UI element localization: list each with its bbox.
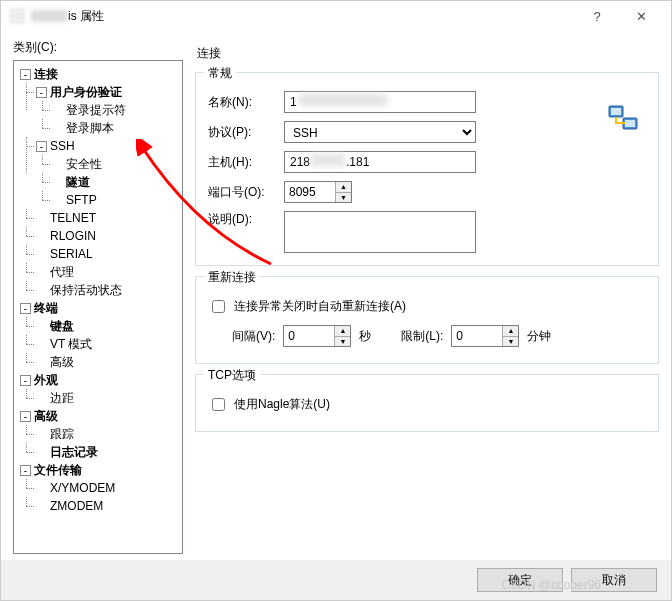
spin-down-icon[interactable]: ▼	[336, 193, 351, 203]
expander-icon[interactable]	[20, 411, 31, 422]
tree-item-zmodem[interactable]: ZMODEM	[50, 499, 103, 513]
tree-item-sftp[interactable]: SFTP	[66, 193, 97, 207]
category-tree[interactable]: 连接 用户身份验证 登录提示符 登录脚本 SSH 安全性 隧道	[13, 60, 183, 554]
host-input[interactable]	[284, 151, 476, 173]
tree-item-file-transfer[interactable]: 文件传输	[34, 463, 82, 477]
spin-down-icon[interactable]: ▼	[503, 337, 518, 347]
tree-item-security[interactable]: 安全性	[66, 157, 102, 171]
protocol-label: 协议(P):	[208, 124, 284, 141]
interval-label: 间隔(V):	[232, 328, 275, 345]
svg-rect-3	[625, 120, 635, 127]
nagle-label: 使用Nagle算法(U)	[234, 396, 330, 413]
spin-up-icon[interactable]: ▲	[336, 182, 351, 193]
expander-icon[interactable]	[36, 87, 47, 98]
cancel-button[interactable]: 取消	[571, 568, 657, 592]
limit-stepper[interactable]: ▲▼	[451, 325, 519, 347]
expander-icon[interactable]	[36, 141, 47, 152]
tree-item-keyboard[interactable]: 键盘	[50, 319, 74, 333]
tree-item-vt[interactable]: VT 模式	[50, 337, 92, 351]
close-button[interactable]: ✕	[619, 2, 663, 30]
auto-reconnect-checkbox[interactable]: 连接异常关闭时自动重新连接(A)	[208, 297, 406, 316]
limit-label: 限制(L):	[401, 328, 443, 345]
title-bar: is 属性 ? ✕	[1, 1, 671, 31]
reconnect-group: 重新连接 连接异常关闭时自动重新连接(A) 间隔(V): ▲▼ 秒 限制(L):	[195, 276, 659, 364]
expander-icon[interactable]	[20, 69, 31, 80]
tree-item-tunnel[interactable]: 隧道	[66, 175, 90, 189]
tree-item-connection[interactable]: 连接	[34, 67, 58, 81]
reconnect-legend: 重新连接	[204, 269, 260, 286]
tcp-group: TCP选项 使用Nagle算法(U)	[195, 374, 659, 432]
port-input[interactable]	[285, 182, 335, 202]
port-label: 端口号(O):	[208, 184, 284, 201]
tree-item-proxy[interactable]: 代理	[50, 265, 74, 279]
expander-icon[interactable]	[20, 303, 31, 314]
interval-input[interactable]	[284, 326, 334, 346]
minutes-label: 分钟	[527, 328, 551, 345]
host-label: 主机(H):	[208, 154, 284, 171]
tree-item-trace[interactable]: 跟踪	[50, 427, 74, 441]
ok-button[interactable]: 确定	[477, 568, 563, 592]
tree-item-login-script[interactable]: 登录脚本	[66, 121, 114, 135]
protocol-select[interactable]: SSH	[284, 121, 476, 143]
tree-item-logging[interactable]: 日志记录	[50, 445, 98, 459]
window-title: is 属性	[31, 8, 575, 25]
spin-up-icon[interactable]: ▲	[335, 326, 350, 337]
spin-down-icon[interactable]: ▼	[335, 337, 350, 347]
category-label: 类别(C):	[13, 39, 183, 56]
tree-item-xymodem[interactable]: X/YMODEM	[50, 481, 115, 495]
interval-stepper[interactable]: ▲▼	[283, 325, 351, 347]
tree-item-rlogin[interactable]: RLOGIN	[50, 229, 96, 243]
general-group: 常规 名称(N): 1 协议(P): SSH 主机(H): 218.181	[195, 72, 659, 266]
app-icon	[9, 8, 25, 24]
seconds-label: 秒	[359, 328, 371, 345]
dialog-footer: CSDN @cooper96 确定 取消	[1, 560, 671, 600]
tree-item-ssh[interactable]: SSH	[50, 139, 75, 153]
tcp-legend: TCP选项	[204, 367, 260, 384]
expander-icon[interactable]	[20, 465, 31, 476]
tree-item-advanced[interactable]: 高级	[34, 409, 58, 423]
desc-label: 说明(D):	[208, 211, 284, 228]
network-icon	[608, 105, 640, 133]
page-title: 连接	[195, 39, 659, 68]
tree-item-login-prompt[interactable]: 登录提示符	[66, 103, 126, 117]
svg-rect-1	[611, 108, 621, 115]
tree-item-serial[interactable]: SERIAL	[50, 247, 93, 261]
tree-item-advanced-t[interactable]: 高级	[50, 355, 74, 369]
name-input[interactable]	[284, 91, 476, 113]
general-legend: 常规	[204, 65, 236, 82]
nagle-checkbox[interactable]: 使用Nagle算法(U)	[208, 395, 330, 414]
tree-item-keepalive[interactable]: 保持活动状态	[50, 283, 122, 297]
port-stepper[interactable]: ▲▼	[284, 181, 352, 203]
tree-item-margin[interactable]: 边距	[50, 391, 74, 405]
expander-icon[interactable]	[20, 375, 31, 386]
tree-item-appearance[interactable]: 外观	[34, 373, 58, 387]
limit-input[interactable]	[452, 326, 502, 346]
help-button[interactable]: ?	[575, 2, 619, 30]
auto-reconnect-label: 连接异常关闭时自动重新连接(A)	[234, 298, 406, 315]
tree-item-telnet[interactable]: TELNET	[50, 211, 96, 225]
spin-up-icon[interactable]: ▲	[503, 326, 518, 337]
tree-item-user-auth[interactable]: 用户身份验证	[50, 85, 122, 99]
desc-input[interactable]	[284, 211, 476, 253]
tree-item-terminal[interactable]: 终端	[34, 301, 58, 315]
name-label: 名称(N):	[208, 94, 284, 111]
